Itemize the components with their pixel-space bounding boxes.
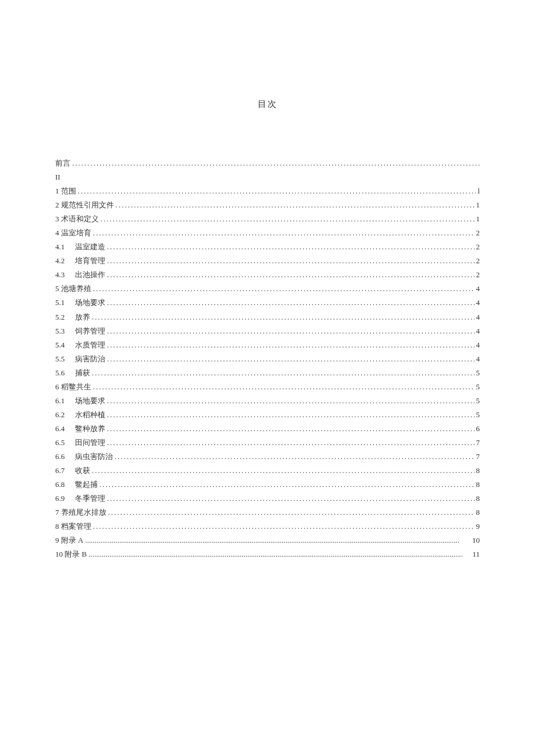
toc-entry-page: 1 [476, 198, 480, 212]
toc-leader [107, 324, 475, 338]
toc-entry-page: 4 [476, 282, 480, 296]
toc-leader [107, 408, 475, 422]
toc-entry-page: 4 [476, 338, 480, 352]
toc-leader [78, 184, 476, 198]
toc-entry-number: 4.1 [55, 240, 70, 254]
toc-leader [101, 212, 475, 226]
toc-entry-page: 10 [472, 533, 480, 547]
toc-leader [93, 226, 475, 240]
toc-entry-page: 2 [476, 254, 480, 268]
toc-entry: 5.4水质管理4 [55, 338, 480, 352]
toc-entry-number: 5.3 [55, 324, 70, 338]
toc-entry-label: 6.8鳖起捕 [55, 478, 98, 492]
toc-entry-number: 4.3 [55, 268, 70, 282]
toc-entry-number: 5.5 [55, 352, 70, 366]
toc-roman: II [55, 170, 480, 184]
toc-entry-label: 4.2培育管理 [55, 254, 105, 268]
toc-entry-page: 5 [476, 394, 480, 408]
toc-entry-page: 5 [476, 408, 480, 422]
toc-entry: 6 稻鳖共生5 [55, 380, 480, 394]
toc-entry: 4 温室培育2 [55, 226, 480, 240]
toc-entry: 前言 [55, 156, 480, 170]
toc-entry-text: 场地要求 [75, 396, 105, 405]
toc-entry: 4.3出池操作2 [55, 268, 480, 282]
toc-entry-label: 10 附录 B [55, 547, 87, 561]
toc-entry-label: 4 温室培育 [55, 226, 91, 240]
toc-entry-number: 5.2 [55, 310, 70, 324]
toc-entry: 5.6捕获5 [55, 366, 480, 380]
toc-entry: 10 附录 B11 [55, 547, 480, 561]
toc-entry-page: 1 [476, 212, 480, 226]
toc-entry-label: 6.1场地要求 [55, 394, 105, 408]
toc-leader [107, 254, 475, 268]
toc-entry-text: 捕获 [75, 368, 90, 377]
toc-leader [107, 394, 475, 408]
toc-entry-label: 5.1场地要求 [55, 296, 105, 310]
toc-entry-page: 6 [476, 422, 480, 436]
toc-entry-page: 8 [476, 478, 480, 492]
toc-entry-text: 鳖起捕 [75, 480, 98, 489]
toc-entry-label: 6.4鳖种放养 [55, 422, 105, 436]
toc-entry-page: 8 [476, 506, 480, 519]
toc-leader [116, 198, 475, 212]
toc-entry-number: 6.2 [55, 408, 70, 422]
toc-entry-label: 6.7收获 [55, 464, 90, 478]
toc-leader [93, 282, 475, 296]
toc-entry: 5.5病害防治4 [55, 352, 480, 366]
toc-entry-number: 6.1 [55, 394, 70, 408]
toc-entry: 4.2培育管理2 [55, 254, 480, 268]
toc-entry-number: 6.9 [55, 492, 70, 506]
toc-entry-number: 6.4 [55, 422, 70, 436]
toc-entry-label: 9 附录 A [55, 533, 83, 547]
toc-leader [107, 338, 475, 352]
toc-entry: 6.9冬季管理8 [55, 492, 480, 506]
toc-entry-page: 4 [476, 324, 480, 338]
toc-entry-number: 5.6 [55, 366, 70, 380]
toc-entry-page: 7 [476, 450, 480, 464]
toc-entry-text: 出池操作 [75, 270, 105, 279]
toc-entry-number: 6.8 [55, 478, 70, 492]
toc-entry-label: 7 养殖尾水排放 [55, 506, 106, 519]
toc-entry-label: 4.3出池操作 [55, 268, 105, 282]
toc-entry-number: 6.7 [55, 464, 70, 478]
toc-entry-number: 6.6 [55, 450, 70, 464]
toc-entry: 6.4鳖种放养6 [55, 422, 480, 436]
toc-entry: 8 档案管理9 [55, 519, 480, 533]
toc-entry-page: 8 [476, 492, 480, 506]
toc-entry-page: 2 [476, 240, 480, 254]
toc-entry-label: 4.1温室建造 [55, 240, 105, 254]
toc-leader [107, 296, 475, 310]
document-page: 目次 前言II1 范围l2 规范性引用文件13 术语和定义14 温室培育24.1… [0, 0, 535, 756]
toc-entry-label: 5.4水质管理 [55, 338, 105, 352]
toc-leader [107, 268, 475, 282]
toc-entry-label: 6.5田间管理 [55, 436, 105, 450]
toc-entry-text: 饲养管理 [75, 327, 105, 335]
toc-entry-label: 6.2水稻种植 [55, 408, 105, 422]
toc-entry-label: 5.3饲养管理 [55, 324, 105, 338]
toc-entry-page: 8 [476, 464, 480, 478]
toc-leader [107, 492, 475, 506]
toc-leader [92, 310, 475, 324]
toc-leader [93, 519, 475, 533]
toc-leader [99, 478, 475, 492]
toc-entry: 2 规范性引用文件1 [55, 198, 480, 212]
toc-entry: 9 附录 A10 [55, 533, 480, 547]
toc-entry-text: 冬季管理 [75, 494, 105, 503]
toc-entry-number: 6.5 [55, 436, 70, 450]
toc-entry-page: 5 [476, 366, 480, 380]
toc-leader [72, 156, 480, 170]
toc-entry-number: 5.4 [55, 338, 70, 352]
toc-entry-label: 5.6捕获 [55, 366, 90, 380]
toc-entry-label: 5.5病害防治 [55, 352, 105, 366]
toc-entry-label: 前言 [55, 156, 70, 170]
toc-entry-text: 鳖种放养 [75, 424, 105, 433]
toc-entry-page: 7 [476, 436, 480, 450]
toc-title: 目次 [55, 99, 480, 110]
toc-entry-label: 5 池塘养殖 [55, 282, 91, 296]
toc-leader [88, 547, 470, 561]
toc-entry: 5.2放养4 [55, 310, 480, 324]
toc-entry: 4.1温室建造2 [55, 240, 480, 254]
toc-entry-text: 培育管理 [75, 256, 105, 265]
toc-entry-text: 收获 [75, 466, 90, 475]
toc-leader [108, 506, 475, 519]
